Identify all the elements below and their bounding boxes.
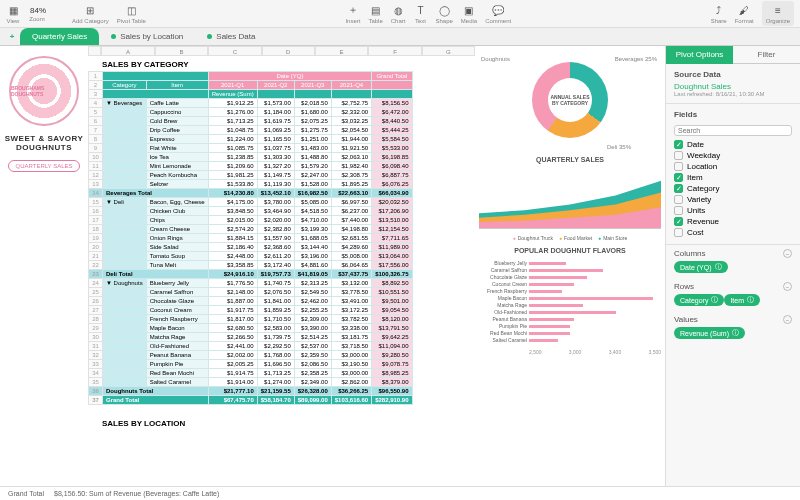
cell[interactable]: $9,054.50 bbox=[372, 306, 412, 315]
cell[interactable]: $1,887.00 bbox=[208, 297, 257, 306]
cell[interactable]: $1,688.05 bbox=[294, 234, 331, 243]
cell[interactable]: $3,144.40 bbox=[294, 243, 331, 252]
col-header[interactable]: F bbox=[368, 46, 421, 56]
cell[interactable]: $4,518.50 bbox=[294, 207, 331, 216]
cell[interactable]: 2021-Q3 bbox=[294, 81, 331, 90]
cell[interactable]: $3,132.00 bbox=[331, 279, 371, 288]
col-header[interactable]: C bbox=[208, 46, 261, 56]
cell[interactable]: $9,078.75 bbox=[372, 360, 412, 369]
cell[interactable]: $6,064.65 bbox=[331, 261, 371, 270]
cell[interactable]: $13,452.10 bbox=[257, 189, 294, 198]
cell[interactable]: $9,642.25 bbox=[372, 333, 412, 342]
cell[interactable]: $6,997.50 bbox=[331, 198, 371, 207]
cell[interactable]: $36,266.25 bbox=[331, 387, 371, 396]
cell[interactable]: $1,276.00 bbox=[208, 108, 257, 117]
cell[interactable] bbox=[103, 234, 147, 243]
cell[interactable]: $16,982.50 bbox=[294, 189, 331, 198]
cell[interactable]: Old-Fashioned bbox=[146, 342, 208, 351]
donut-chart[interactable]: Beverages 25% Doughnuts Deli 35% ANNUAL … bbox=[479, 50, 661, 150]
sheet-tab[interactable]: Quarterly Sales bbox=[20, 28, 99, 45]
cell[interactable]: Peanut Banana bbox=[146, 351, 208, 360]
cell[interactable]: $1,895.25 bbox=[331, 180, 371, 189]
cell[interactable]: $2,611.20 bbox=[257, 252, 294, 261]
cell[interactable]: Mint Lemonade bbox=[146, 162, 208, 171]
cell[interactable]: $66,034.90 bbox=[372, 189, 412, 198]
field-cost[interactable]: Cost bbox=[674, 227, 792, 238]
cell[interactable]: $2,292.50 bbox=[257, 342, 294, 351]
cell[interactable]: $2,076.50 bbox=[257, 288, 294, 297]
cell[interactable]: $1,696.50 bbox=[257, 360, 294, 369]
cell[interactable]: $11,094.00 bbox=[372, 342, 412, 351]
cell[interactable] bbox=[103, 333, 147, 342]
cell[interactable]: $3,000.00 bbox=[331, 351, 371, 360]
cell[interactable]: $2,359.50 bbox=[294, 351, 331, 360]
organize-btn[interactable]: ≡Organize bbox=[762, 1, 794, 26]
cell[interactable]: $26,328.00 bbox=[294, 387, 331, 396]
cell[interactable]: Chicken Club bbox=[146, 207, 208, 216]
cell[interactable]: $3,172.25 bbox=[331, 306, 371, 315]
cell[interactable]: $2,681.55 bbox=[331, 234, 371, 243]
cell[interactable]: $1,680.00 bbox=[294, 108, 331, 117]
field-category[interactable]: ✓Category bbox=[674, 183, 792, 194]
cell[interactable]: $1,713.25 bbox=[257, 369, 294, 378]
brand-quarterly-btn[interactable]: QUARTERLY SALES bbox=[8, 160, 79, 172]
cell[interactable]: $1,739.75 bbox=[257, 333, 294, 342]
cell[interactable]: $2,441.00 bbox=[208, 342, 257, 351]
cell[interactable]: $2,462.00 bbox=[294, 297, 331, 306]
cell[interactable]: $6,198.85 bbox=[372, 153, 412, 162]
cell[interactable]: $2,382.80 bbox=[257, 225, 294, 234]
cell[interactable]: $1,069.25 bbox=[257, 126, 294, 135]
cell[interactable]: $3,778.50 bbox=[331, 288, 371, 297]
filter-tab[interactable]: Filter bbox=[733, 46, 800, 64]
cell[interactable]: $2,063.10 bbox=[331, 153, 371, 162]
cell[interactable]: $2,549.50 bbox=[294, 288, 331, 297]
cell[interactable]: Onion Rings bbox=[146, 234, 208, 243]
cell[interactable] bbox=[103, 378, 147, 387]
cell[interactable]: $2,247.00 bbox=[294, 171, 331, 180]
field-revenue[interactable]: ✓Revenue bbox=[674, 216, 792, 227]
table-btn[interactable]: ▤Table bbox=[368, 3, 382, 24]
col-header[interactable]: G bbox=[422, 46, 475, 56]
cell[interactable]: Grand Total bbox=[372, 72, 412, 81]
cell[interactable]: $2,075.25 bbox=[294, 117, 331, 126]
cell[interactable]: $1,209.60 bbox=[208, 162, 257, 171]
cell[interactable]: Drip Coffee bbox=[146, 126, 208, 135]
pivot-table[interactable]: 1Date (YQ)Grand Total2CategoryItem2021-Q… bbox=[88, 71, 413, 405]
cell[interactable]: Beverages Total bbox=[103, 189, 209, 198]
checkbox[interactable]: ✓ bbox=[674, 140, 683, 149]
cell[interactable]: $8,156.50 bbox=[372, 99, 412, 108]
cell[interactable]: Date (YQ) bbox=[208, 72, 371, 81]
zoom-group[interactable]: 84%Zoom bbox=[28, 6, 46, 22]
checkbox[interactable] bbox=[674, 228, 683, 237]
cell[interactable] bbox=[294, 90, 331, 99]
field-location[interactable]: Location bbox=[674, 161, 792, 172]
cell[interactable]: $58,184.70 bbox=[257, 396, 294, 405]
cell[interactable]: $13,791.50 bbox=[372, 324, 412, 333]
cell[interactable]: ▼ Beverages bbox=[103, 99, 147, 108]
cell[interactable]: Seltzer bbox=[146, 180, 208, 189]
cell[interactable]: Category bbox=[103, 81, 147, 90]
cell[interactable]: Side Salad bbox=[146, 243, 208, 252]
checkbox[interactable]: ✓ bbox=[674, 173, 683, 182]
cell[interactable]: $2,574.20 bbox=[208, 225, 257, 234]
addcat-btn[interactable]: ⊞Add Category bbox=[72, 3, 109, 24]
cell[interactable]: $2,313.25 bbox=[294, 279, 331, 288]
source-name[interactable]: Doughnut Sales bbox=[674, 82, 792, 91]
cell[interactable]: $7,440.00 bbox=[331, 216, 371, 225]
col-header[interactable]: E bbox=[315, 46, 368, 56]
cell[interactable]: $282,910.90 bbox=[372, 396, 412, 405]
rows-pill[interactable]: Categoryⓘ bbox=[674, 294, 724, 306]
cell[interactable]: $37,437.75 bbox=[331, 270, 371, 279]
cell[interactable] bbox=[103, 126, 147, 135]
cell[interactable]: $3,172.40 bbox=[257, 261, 294, 270]
cell[interactable]: Espresso bbox=[146, 135, 208, 144]
cell[interactable]: $20,032.50 bbox=[372, 198, 412, 207]
share-btn[interactable]: ⤴Share bbox=[711, 3, 727, 24]
cell[interactable]: $5,533.00 bbox=[372, 144, 412, 153]
cell[interactable] bbox=[103, 216, 147, 225]
cell[interactable]: Flat White bbox=[146, 144, 208, 153]
cell[interactable] bbox=[103, 342, 147, 351]
cell[interactable]: $11,989.00 bbox=[372, 243, 412, 252]
cell[interactable]: $3,718.50 bbox=[331, 342, 371, 351]
cell[interactable]: Cold Brew bbox=[146, 117, 208, 126]
